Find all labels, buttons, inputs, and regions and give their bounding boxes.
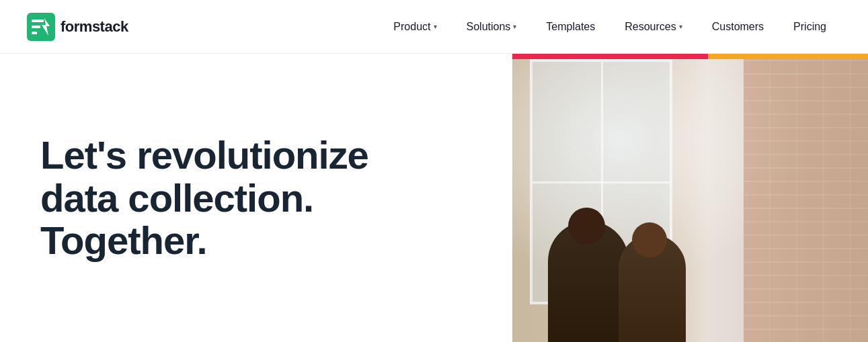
nav-link-templates[interactable]: Templates xyxy=(546,21,595,33)
red-bar xyxy=(512,54,708,59)
nav-link-product[interactable]: Product ▾ xyxy=(393,21,436,33)
nav-item-templates[interactable]: Templates xyxy=(531,21,610,33)
navbar: formstack Product ▾ Solutions ▾ Template… xyxy=(0,0,868,54)
nav-link-customers[interactable]: Customers xyxy=(712,21,764,33)
nav-link-solutions[interactable]: Solutions ▾ xyxy=(467,21,517,33)
svg-rect-1 xyxy=(32,19,44,22)
chevron-down-icon: ▾ xyxy=(513,23,516,30)
nav-item-solutions[interactable]: Solutions ▾ xyxy=(452,21,532,33)
hero-headline: Let's revolutionize data collection. Tog… xyxy=(40,134,472,262)
person-figure-2 xyxy=(619,234,686,342)
yellow-bar xyxy=(708,54,868,59)
formstack-logo-icon xyxy=(27,13,55,41)
logo-area[interactable]: formstack xyxy=(27,13,128,41)
nav-item-resources[interactable]: Resources ▾ xyxy=(610,21,697,33)
nav-links: Product ▾ Solutions ▾ Templates Resource… xyxy=(379,21,841,33)
svg-rect-2 xyxy=(32,26,40,28)
brand-name: formstack xyxy=(61,18,128,36)
nav-item-pricing[interactable]: Pricing xyxy=(779,21,841,33)
color-bars xyxy=(512,54,868,59)
hero-left-panel: Let's revolutionize data collection. Tog… xyxy=(0,54,512,342)
nav-item-product[interactable]: Product ▾ xyxy=(379,21,451,33)
person-figure-1 xyxy=(548,221,629,342)
nav-item-customers[interactable]: Customers xyxy=(697,21,779,33)
svg-rect-0 xyxy=(27,13,55,41)
nav-link-resources[interactable]: Resources ▾ xyxy=(625,21,682,33)
hero-image xyxy=(512,54,868,342)
chevron-down-icon: ▾ xyxy=(679,23,682,30)
hero-right-panel xyxy=(512,54,868,342)
main-content: Let's revolutionize data collection. Tog… xyxy=(0,54,868,342)
svg-rect-3 xyxy=(32,32,37,34)
chevron-down-icon: ▾ xyxy=(434,23,437,30)
people-silhouettes xyxy=(512,208,868,342)
nav-link-pricing[interactable]: Pricing xyxy=(793,21,826,33)
